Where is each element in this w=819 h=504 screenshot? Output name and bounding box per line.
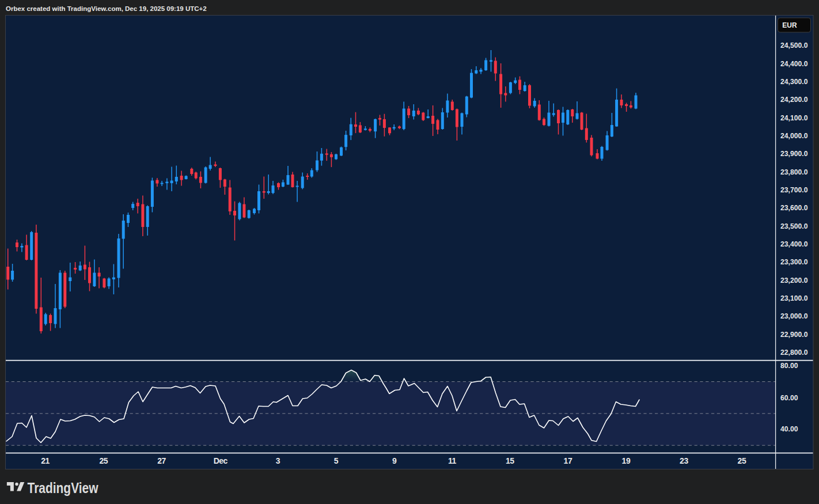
svg-text:25: 25 [99,456,108,465]
svg-text:60.00: 60.00 [780,394,798,402]
svg-text:22,800.0: 22,800.0 [780,348,808,357]
svg-text:23: 23 [680,456,688,465]
svg-text:24,200.0: 24,200.0 [780,96,808,104]
svg-text:3: 3 [276,456,280,465]
svg-text:TradingView: TradingView [28,480,98,496]
svg-text:25: 25 [738,456,746,465]
svg-text:23,000.0: 23,000.0 [780,312,808,320]
svg-text:19: 19 [622,456,631,465]
svg-text:EUR: EUR [782,21,797,29]
svg-text:11: 11 [448,456,457,465]
svg-text:22,900.0: 22,900.0 [780,331,808,339]
svg-text:23,300.0: 23,300.0 [780,258,808,266]
svg-text:40.00: 40.00 [780,425,798,433]
svg-text:15: 15 [506,456,514,465]
svg-text:24,000.0: 24,000.0 [780,132,808,140]
svg-text:23,400.0: 23,400.0 [780,240,808,248]
svg-text:23,900.0: 23,900.0 [780,150,808,158]
svg-text:9: 9 [392,456,397,465]
svg-text:23,100.0: 23,100.0 [780,294,808,302]
svg-text:24,300.0: 24,300.0 [780,78,808,86]
svg-text:5: 5 [334,456,339,465]
svg-text:80.00: 80.00 [780,362,798,370]
svg-text:17: 17 [564,456,572,465]
svg-text:24,400.0: 24,400.0 [780,60,808,68]
svg-text:21: 21 [41,456,50,465]
svg-text:23,200.0: 23,200.0 [780,276,808,285]
svg-text:23,700.0: 23,700.0 [780,186,808,194]
svg-text:Orbex created with TradingView: Orbex created with TradingView.com, Dec … [6,5,207,12]
svg-text:27: 27 [157,456,166,465]
svg-text:23,500.0: 23,500.0 [780,222,808,230]
svg-text:24,500.0: 24,500.0 [780,41,808,50]
svg-text:24,100.0: 24,100.0 [780,114,808,122]
svg-text:23,800.0: 23,800.0 [780,168,808,176]
svg-text:23,600.0: 23,600.0 [780,204,808,212]
svg-text:Dec: Dec [214,456,228,465]
